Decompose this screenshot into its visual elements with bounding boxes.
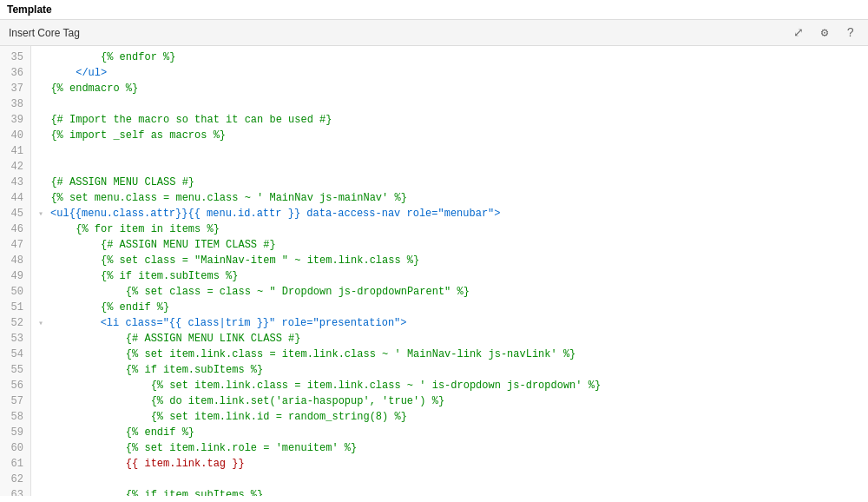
code-container: 3536373839404142434445464748495051525354… [0, 46, 868, 496]
code-line [38, 472, 868, 487]
code-line [38, 96, 868, 112]
twig-token: {% do item.link.set('aria-haspopup', 'tr… [151, 395, 444, 407]
code-line: {% set menu.class = menu.class ~ ' MainN… [38, 190, 868, 206]
code-line: {% endif %} [38, 425, 868, 440]
indent-token [50, 348, 125, 360]
indent-token [50, 489, 125, 496]
twig-token: {% set class = class ~ " Dropdown js-dro… [126, 286, 470, 298]
code-line: {% if item.subItems %} [38, 362, 868, 378]
code-line: {# ASSIGN MENU CLASS #} [38, 175, 868, 190]
comment-token: {# ASSIGN MENU CLASS #} [50, 176, 194, 188]
var-token: {{ item.link.tag }} [126, 458, 245, 470]
twig-token: {% if item.subItems %} [126, 489, 263, 496]
code-line: {% set item.link.role = 'menuitem' %} [38, 440, 868, 456]
twig-token: {% set class = "MainNav-item " ~ item.li… [101, 254, 419, 267]
indent-token [50, 301, 101, 314]
settings-icon[interactable]: ⚙ [816, 24, 833, 42]
comment-token: {# ASSIGN MENU ITEM CLASS #} [101, 239, 276, 251]
toolbar: Insert Core Tag ⤢ ⚙ ? [0, 20, 868, 46]
fold-indicator[interactable]: ▾ [38, 209, 49, 219]
code-line: {# ASSIGN MENU LINK CLASS #} [38, 331, 868, 347]
twig-token: {% endif %} [101, 301, 169, 314]
indent-token [50, 51, 101, 63]
line-numbers: 3536373839404142434445464748495051525354… [0, 46, 31, 496]
expand-icon[interactable]: ⤢ [790, 24, 807, 42]
html-token: <li class="{{ class|trim }}" role="prese… [101, 317, 407, 329]
comment-token: {# ASSIGN MENU LINK CLASS #} [126, 333, 301, 345]
twig-token: {% set item.link.class = item.link.class… [151, 380, 601, 392]
insert-core-tag-label: Insert Core Tag [9, 27, 80, 39]
twig-token: {% import _self as macros %} [50, 129, 226, 142]
indent-token [50, 380, 150, 392]
indent-token [50, 239, 101, 251]
twig-token: {% for item in items %} [76, 223, 220, 235]
code-line [38, 159, 868, 175]
code-line: {% for item in items %} [38, 221, 868, 237]
html-token: </ul> [76, 67, 107, 79]
indent-token [50, 364, 125, 376]
code-content[interactable]: {% endfor %} </ul> {% endmacro %} {# Imp… [31, 46, 868, 496]
indent-token [50, 67, 76, 79]
twig-token: {% set item.link.role = 'menuitem' %} [126, 442, 357, 454]
fold-indicator[interactable]: ▾ [38, 319, 49, 328]
indent-token [50, 395, 150, 407]
twig-token: {% set item.link.class = item.link.class… [126, 348, 575, 360]
help-icon[interactable]: ? [842, 24, 859, 42]
code-line: {% endmacro %} [38, 81, 868, 96]
indent-token [50, 442, 125, 454]
code-line [38, 143, 868, 159]
twig-token: {% endmacro %} [50, 83, 138, 95]
code-line: {{ item.link.tag }} [38, 456, 868, 472]
code-line: {% set item.link.class = item.link.class… [38, 347, 868, 362]
indent-token [50, 458, 125, 470]
code-line: {% endfor %} [38, 50, 868, 65]
twig-token: {% endif %} [126, 426, 194, 439]
code-line: </ul> [38, 65, 868, 81]
indent-token [50, 270, 101, 282]
code-line: {% if item.subItems %} [38, 268, 868, 284]
code-line: {% set item.link.class = item.link.class… [38, 378, 868, 393]
code-line: {# ASSIGN MENU ITEM CLASS #} [38, 237, 868, 253]
code-line: {% set class = "MainNav-item " ~ item.li… [38, 253, 868, 268]
twig-token: {% endfor %} [101, 51, 175, 63]
indent-token [50, 223, 76, 235]
code-line: {% set item.link.id = random_string(8) %… [38, 409, 868, 425]
code-line: {% if item.subItems %} [38, 487, 868, 496]
comment-token: {# Import the macro so that it can be us… [50, 114, 332, 126]
indent-token [50, 411, 150, 423]
code-line: {% endif %} [38, 300, 868, 315]
window-title: Template [0, 0, 868, 20]
html-token: <ul{{menu.class.attr}}{{ menu.id.attr }}… [50, 208, 500, 220]
code-line: {# Import the macro so that it can be us… [38, 112, 868, 128]
code-line: ▾ <li class="{{ class|trim }}" role="pre… [38, 315, 868, 331]
code-line: {% import _self as macros %} [38, 128, 868, 143]
indent-token [50, 317, 101, 329]
twig-token: {% if item.subItems %} [126, 364, 263, 376]
code-line: {% set class = class ~ " Dropdown js-dro… [38, 284, 868, 300]
twig-token: {% if item.subItems %} [101, 270, 238, 282]
twig-token: {% set menu.class = menu.class ~ ' MainN… [50, 192, 406, 204]
indent-token [50, 254, 101, 267]
indent-token [50, 333, 125, 345]
twig-token: {% set item.link.id = random_string(8) %… [151, 411, 407, 423]
indent-token [50, 286, 125, 298]
code-line: ▾ <ul{{menu.class.attr}}{{ menu.id.attr … [38, 206, 868, 221]
indent-token [50, 426, 125, 439]
code-line: {% do item.link.set('aria-haspopup', 'tr… [38, 393, 868, 409]
